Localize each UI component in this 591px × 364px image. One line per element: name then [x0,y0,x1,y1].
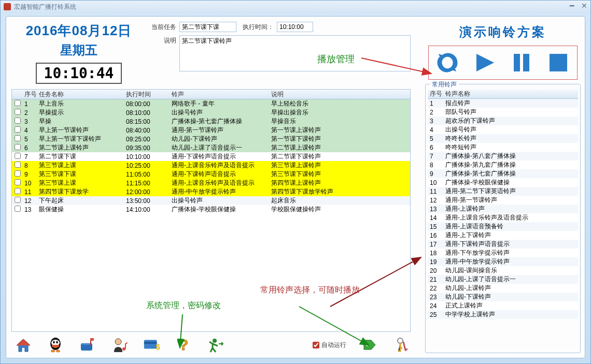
task-row[interactable]: 11第四节课下课放学12:00:00通用-中午放学提示铃声第四节课下课放学铃声 [12,187,410,196]
bell-row[interactable]: 5咚咚长铃声 [428,134,578,143]
bell-row[interactable]: 19通用-中午放学提示铃声 [428,257,578,266]
task-time: 09:35:00 [126,144,172,152]
bell-name: 通用-第二节下课英语铃声 [445,187,578,196]
mailbox-icon[interactable] [79,336,96,354]
task-checkbox[interactable] [15,197,21,203]
card-money-icon[interactable]: $ [143,336,161,354]
qq-icon[interactable] [47,336,64,354]
bell-col-name: 铃声名称 [445,90,578,98]
task-checkbox[interactable] [15,135,21,141]
bell-row[interactable]: 23幼儿园-下课铃声 [428,293,578,301]
bell-row[interactable]: 17通用-下课铃声语音提示 [428,240,578,249]
task-checkbox[interactable] [15,100,21,106]
desc-field[interactable]: 第二节课下课铃声 [179,35,411,71]
task-row[interactable]: 12下午起床13:50:00出操号铃声起床音乐 [12,196,410,205]
task-time: 11:15:00 [126,180,172,187]
task-row[interactable]: 2早操提示08:10:00出操号铃声早操出操音乐 [12,108,410,117]
bell-idx: 5 [428,135,445,142]
task-row[interactable]: 1早上音乐08:00:00网络歌手 - 童年早上轻松音乐 [12,99,410,108]
bell-name: 部队号铃声 [445,108,578,117]
bell-row[interactable]: 10广播体操-学校眼保健操 [428,178,578,187]
task-row[interactable]: 9第三节课下课11:05:00通用-下课铃声语音提示第三节课下课铃声 [12,170,410,179]
annotation-play: 播放管理 [317,53,355,65]
bell-row[interactable]: 8广播体操-第九套广播体操 [428,161,578,169]
svg-point-5 [56,350,60,353]
bell-row[interactable]: 13通用-上课铃声 [428,205,578,213]
task-checkbox[interactable] [15,170,21,177]
task-checkbox[interactable] [15,162,21,168]
task-desc: 第四节课上课铃声 [271,179,410,187]
bell-row[interactable]: 7广播体操-第八套广播体操 [428,152,578,161]
bell-row[interactable]: 21幼儿园-上课了语音提示一 [428,275,578,284]
task-row[interactable]: 4早上第一节课铃声08:40:00通用-第一节课铃声第一节课上课铃声 [12,126,410,135]
minimize-button[interactable]: ━ [570,2,574,10]
task-name: 早操 [39,117,126,126]
task-time: 09:25:00 [126,136,172,143]
bell-name: 广播体操-第八套广播体操 [445,152,578,161]
task-row[interactable]: 3早操08:15:00广播体操-第七套广播体操早操音乐 [12,117,410,126]
keys-icon[interactable] [393,336,411,354]
task-row[interactable]: 5早上第一节课下课铃声09:25:00幼儿园-下课铃声第一节课下课铃声 [12,135,410,143]
exec-time-field[interactable] [277,22,313,32]
task-checkbox[interactable] [15,179,21,185]
bell-idx: 22 [428,285,445,292]
bell-row[interactable]: 20幼儿园-课间操音乐 [428,266,578,275]
task-row[interactable]: 13眼保健操14:10:00广播体操-学校眼保健操学校眼保健操铃声 [12,205,410,214]
bell-row[interactable]: 16通用-上下课铃声 [428,231,578,240]
pause-button[interactable] [509,51,534,75]
task-checkbox[interactable] [15,188,21,194]
task-idx: 2 [23,109,39,117]
task-row[interactable]: 6第二节课上课铃声09:35:00幼儿园-上课了语音提示一第二节课上课铃声 [12,143,410,152]
task-row[interactable]: 10第三节课上课11:15:00通用-上课音乐铃声及语音提示第四节课上课铃声 [12,179,410,187]
task-idx: 3 [23,118,39,125]
bell-idx: 7 [428,153,445,160]
bell-row[interactable]: 2部队号铃声 [428,108,578,117]
bell-row[interactable]: 6咚咚短铃声 [428,143,578,152]
task-desc: 第一节课下课铃声 [271,135,410,143]
help-icon[interactable]: ? [175,336,193,354]
bell-row[interactable]: 18通用-下午放学提示铃声 [428,249,578,257]
home-icon[interactable] [15,336,32,354]
task-time: 14:10:00 [126,206,172,213]
task-checkbox[interactable] [15,144,21,150]
bell-row[interactable]: 11通用-第二节下课英语铃声 [428,187,578,196]
stop-button[interactable] [545,51,571,75]
play-button[interactable] [471,51,497,75]
task-row[interactable]: 8第三节课上课10:25:00通用-上课音乐铃声及语音提示第三节课上课铃声 [12,161,410,170]
autorun-checkbox[interactable]: 自动运行 [313,341,346,350]
left-pane: 2016年08月12日 星期五 10:10:44 当前任务 执行时间： 说明 第… [6,17,416,358]
bell-row[interactable]: 3超欢乐的下课铃声 [428,117,578,125]
task-bell: 通用-上课音乐铃声及语音提示 [172,161,271,170]
task-checkbox[interactable] [15,153,21,159]
bell-row[interactable]: 15通用-上课语音预备铃 [428,222,578,231]
col-desc: 说明 [271,90,410,99]
task-idx: 10 [23,180,39,187]
current-task-field[interactable] [179,22,236,32]
annotation-usual: 常用铃声选择，可随时播放 [260,285,360,296]
bell-row[interactable]: 12通用-第一节课铃声 [428,196,578,205]
bell-row[interactable]: 22幼儿园-上课铃声 [428,284,578,293]
task-checkbox[interactable] [15,206,21,212]
tag-icon[interactable] [361,336,378,354]
app-icon [4,3,11,10]
user-music-icon[interactable] [111,336,129,354]
current-time: 10:10:44 [36,63,122,84]
bell-row[interactable]: 14通用-上课音乐铃声及语音提示 [428,213,578,222]
refresh-button[interactable] [434,51,460,75]
close-button[interactable]: ✕ [581,2,587,10]
bell-idx: 15 [428,223,445,230]
task-checkbox[interactable] [15,109,21,115]
bell-idx: 17 [428,241,445,248]
exit-icon[interactable] [207,336,225,354]
bell-row[interactable]: 4出操号铃声 [428,125,578,134]
svg-text:$: $ [156,342,161,351]
task-bell: 通用-上课音乐铃声及语音提示 [172,179,271,187]
bell-row[interactable]: 9广播体操-第七套广播体操 [428,169,578,178]
task-checkbox[interactable] [15,126,21,133]
bell-row[interactable]: 24正式上课铃声 [428,301,578,310]
task-checkbox[interactable] [15,118,21,124]
task-row[interactable]: 7第二节课下课10:10:00通用-下课铃声语音提示第二节课下课铃声 [12,152,410,161]
bell-name: 广播体操-学校眼保健操 [445,178,578,187]
bell-row[interactable]: 1报点铃声 [428,99,578,108]
bell-row[interactable]: 25中学学校上课铃声 [428,310,578,319]
